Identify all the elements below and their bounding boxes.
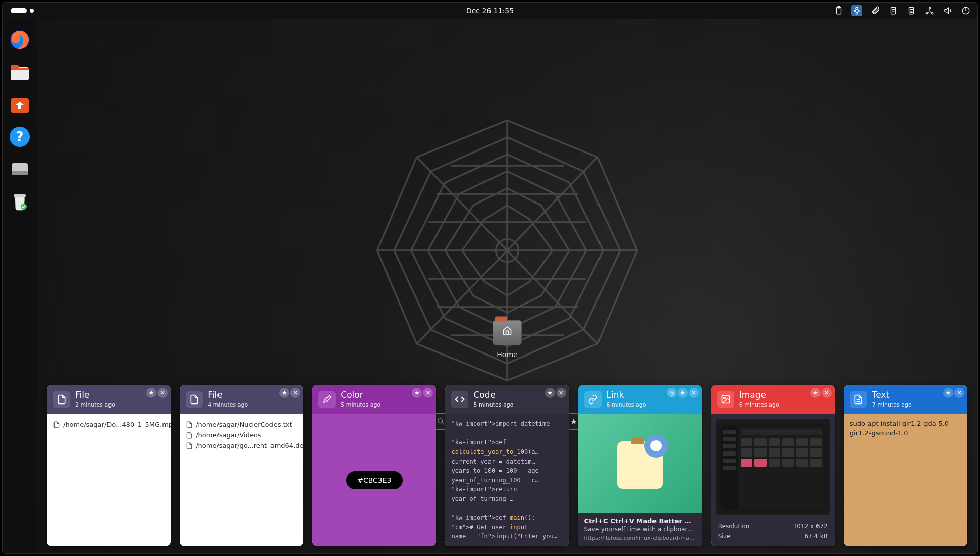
svg-point-5: [856, 13, 857, 14]
link-url: https://itsfoss.com/linux-clipboard-mana…: [584, 535, 696, 541]
pin-icon[interactable]: ★: [943, 388, 953, 398]
link-icon: [584, 391, 602, 408]
card-timestamp: 6 minutes ago: [739, 401, 779, 408]
pin-icon[interactable]: ★: [545, 388, 555, 398]
image-meta-row: Size67.4 kB: [718, 531, 828, 541]
card-header: File2 minutes ago★✕: [47, 385, 171, 414]
volume-icon[interactable]: [942, 5, 953, 16]
close-icon[interactable]: ✕: [689, 388, 699, 398]
svg-point-33: [724, 397, 725, 399]
card-title: Color: [341, 391, 380, 399]
card-header: Image6 minutes ago★✕: [711, 385, 835, 414]
svg-rect-22: [14, 194, 26, 197]
clipboard-card-text-6[interactable]: Text7 minutes ago★✕sudo apt install gir1…: [844, 385, 967, 546]
clipboard-card-file-0[interactable]: File2 minutes ago★✕/home/sagar/Do...480_…: [47, 385, 171, 546]
link-title: Ctrl+C Ctrl+V Made Better With Cl…: [584, 517, 696, 525]
svg-rect-7: [909, 7, 914, 14]
svg-rect-15: [11, 68, 29, 70]
pin-icon[interactable]: ★: [146, 388, 156, 398]
card-title: Image: [739, 391, 779, 399]
clipboard-icon[interactable]: [833, 5, 844, 16]
card-header: Code5 minutes ago★✕: [445, 385, 569, 414]
card-body: /home/sagar/NuclerCodes.txt/home/sagar/V…: [180, 414, 303, 546]
pin-icon[interactable]: ★: [412, 388, 422, 398]
card-timestamp: 2 minutes ago: [75, 401, 115, 408]
image-icon: [717, 391, 734, 408]
activities-corner[interactable]: [11, 8, 34, 13]
card-title: File: [208, 391, 248, 399]
pin-icon[interactable]: ★: [678, 388, 688, 398]
clipboard3-icon[interactable]: [906, 5, 917, 16]
card-timestamp: 7 minutes ago: [872, 401, 912, 408]
power-icon[interactable]: [960, 5, 971, 16]
clipboard-card-link-4[interactable]: Link6 minutes ago◎★✕Ctrl+C Ctrl+V Made B…: [578, 385, 702, 546]
dock-files[interactable]: [8, 60, 32, 84]
card-body: sudo apt install gir1.2-gda-5.0 gir1.2-g…: [844, 414, 967, 546]
close-icon[interactable]: ✕: [290, 388, 300, 398]
color-icon: [318, 391, 336, 408]
file-entry[interactable]: /home/sagar/Do...480_1_5MG.mp4: [53, 419, 165, 430]
system-tray: [833, 5, 971, 16]
paperclip-icon[interactable]: [869, 5, 881, 16]
dock-disks[interactable]: [8, 157, 32, 181]
card-title: File: [75, 391, 115, 399]
gnome-icon[interactable]: [851, 5, 862, 16]
file-icon: [186, 391, 203, 408]
pin-icon[interactable]: ★: [279, 388, 289, 398]
card-title: Text: [872, 391, 912, 399]
code-icon: [451, 391, 468, 408]
desktop-home-folder[interactable]: Home: [493, 320, 522, 359]
card-timestamp: 6 minutes ago: [607, 401, 646, 408]
pin-icon[interactable]: ★: [810, 388, 821, 398]
dock: ?: [3, 19, 37, 553]
svg-point-21: [25, 173, 27, 174]
svg-point-3: [854, 10, 856, 12]
card-header: Link6 minutes ago◎★✕: [578, 385, 702, 414]
card-body: Resolution1012 x 672Size67.4 kB: [711, 414, 835, 546]
clipboard2-icon[interactable]: [888, 5, 899, 16]
close-icon[interactable]: ✕: [423, 388, 433, 398]
file-entry[interactable]: /home/sagar/go...rent_amd64.deb: [186, 440, 297, 451]
close-icon[interactable]: ✕: [822, 388, 832, 398]
image-meta-row: Resolution1012 x 672: [718, 521, 828, 531]
card-header: File4 minutes ago★✕: [180, 385, 303, 414]
svg-point-4: [858, 10, 859, 12]
card-header: Color5 minutes ago★✕: [312, 385, 436, 414]
text-icon: [850, 391, 867, 408]
clock[interactable]: Dec 26 11:55: [466, 7, 514, 15]
svg-rect-6: [891, 7, 896, 14]
file-entry[interactable]: /home/sagar/NuclerCodes.txt: [186, 419, 297, 430]
desktop: Home ★ File2 minutes ago★✕/home/sagar/Do…: [37, 19, 977, 553]
close-icon[interactable]: ✕: [157, 388, 168, 398]
image-preview: [716, 419, 830, 515]
card-body: /home/sagar/Do...480_1_5MG.mp4: [47, 414, 171, 546]
dock-trash[interactable]: [8, 189, 32, 214]
clipboard-card-image-5[interactable]: Image6 minutes ago★✕Resolution1012 x 672…: [711, 385, 835, 546]
dock-help[interactable]: ?: [8, 125, 32, 149]
top-bar: Dec 26 11:55: [3, 3, 977, 19]
card-body: "kw-import">import datetime "kw-import">…: [445, 414, 569, 546]
home-label: Home: [497, 350, 517, 359]
clipboard-card-code-3[interactable]: Code5 minutes ago★✕"kw-import">import da…: [445, 385, 569, 546]
network-icon[interactable]: [924, 5, 935, 16]
link-description: Save yourself time with a clipboard ma…: [584, 526, 696, 533]
close-icon[interactable]: ✕: [556, 388, 566, 398]
link-thumbnail: [578, 414, 702, 513]
card-body: #CBC3E3: [312, 414, 436, 546]
card-header: Text7 minutes ago★✕: [844, 385, 967, 414]
dock-software[interactable]: [8, 92, 32, 117]
card-timestamp: 4 minutes ago: [208, 401, 248, 408]
file-icon: [53, 391, 70, 408]
clipboard-card-file-1[interactable]: File4 minutes ago★✕/home/sagar/NuclerCod…: [180, 385, 303, 546]
dock-firefox[interactable]: [8, 28, 32, 52]
card-action-target[interactable]: ◎: [667, 388, 677, 398]
card-timestamp: 5 minutes ago: [341, 401, 380, 408]
card-title: Link: [607, 391, 646, 399]
close-icon[interactable]: ✕: [954, 388, 964, 398]
card-body: Ctrl+C Ctrl+V Made Better With Cl…Save y…: [578, 414, 702, 546]
clipboard-card-color-2[interactable]: Color5 minutes ago★✕#CBC3E3: [312, 385, 436, 546]
color-value: #CBC3E3: [346, 471, 402, 489]
card-timestamp: 5 minutes ago: [473, 401, 513, 408]
card-title: Code: [473, 391, 513, 399]
file-entry[interactable]: /home/sagar/Videos: [186, 430, 297, 440]
